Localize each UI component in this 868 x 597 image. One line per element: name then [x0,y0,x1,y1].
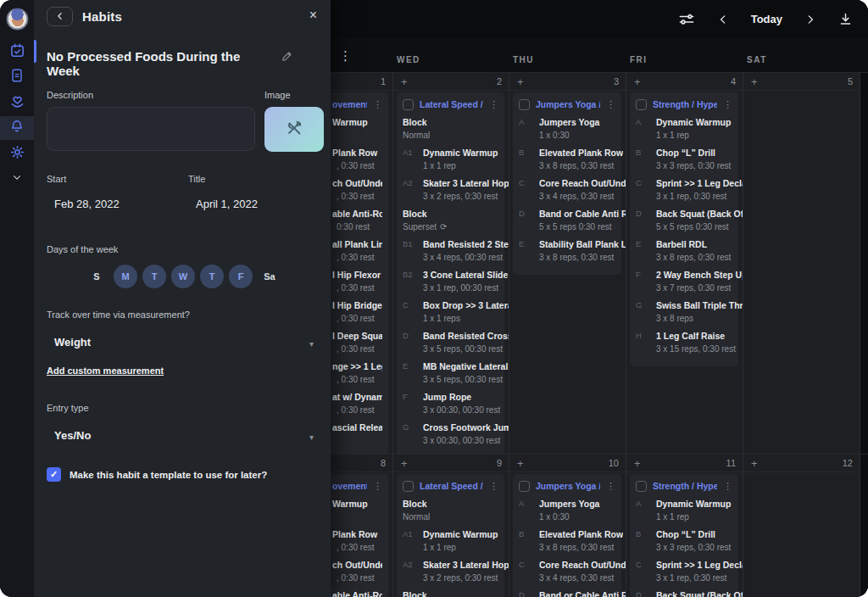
add-workout-button[interactable]: + [634,76,641,87]
add-workout-button[interactable]: + [634,458,641,469]
entry-type-select[interactable]: Yes/No [54,429,91,442]
exercise-name[interactable]: Skater 3 Lateral Hops >> ... [423,176,509,190]
exercise-name[interactable]: Sprint >> 1 Leg Declarations [656,176,743,190]
habit-image-tile[interactable] [264,107,324,152]
exercise-name[interactable]: Back Squat (Back Off Set) [656,589,743,597]
filter-sliders-icon[interactable] [678,11,695,28]
exercise-name[interactable]: Sprint >> 1 Leg Declarations [656,558,743,572]
day-of-week-m[interactable]: M [114,265,137,288]
exercise-name[interactable]: 3 Cone Lateral Slide [423,268,508,282]
fork-knife-icon [283,117,305,142]
exercise-name[interactable]: Dynamic Warmup [656,115,732,129]
sidebar-item-documents[interactable] [0,65,34,89]
workout-title-link[interactable]: ovement Q... [332,99,367,109]
workout-title-link[interactable]: ovement Q... [332,481,367,491]
workout-menu-kebab-icon[interactable]: ⋮ [489,99,498,110]
exercise-body: Cross Footwork Jump Rope3 x 00:30, 00:30… [423,421,509,447]
workout-checkbox[interactable] [636,99,647,110]
exercise-name[interactable]: 2 Way Bench Step Up [656,268,743,282]
workout-menu-kebab-icon[interactable]: ⋮ [489,481,498,492]
template-checkbox[interactable]: ✓ [47,467,61,482]
add-custom-measurement-link[interactable]: Add custom measurement [47,365,164,376]
exercise-name[interactable]: Barbell RDL [656,237,732,251]
avatar[interactable] [6,8,29,31]
workout-title-link[interactable]: Lateral Speed / Plyo [420,481,483,491]
workout-checkbox[interactable] [636,481,647,492]
sidebar-item-calendar[interactable] [0,40,34,64]
start-date-value[interactable]: Feb 28, 2022 [54,198,120,210]
day-of-week-t[interactable]: T [200,265,224,288]
description-input[interactable] [47,107,255,151]
add-workout-button[interactable]: + [517,458,524,469]
exercise-name[interactable]: Core Reach Out/Under [539,176,626,190]
next-week-button[interactable] [804,14,816,25]
today-button[interactable]: Today [751,13,782,25]
image-label: Image [264,90,291,100]
exercise-name[interactable]: Band Resisted 2 Step Late... [423,237,509,251]
dropdown-chevron-icon[interactable]: ▾ [309,432,314,442]
measurement-select[interactable]: Weight [54,336,91,349]
day-of-week-w[interactable]: W [171,265,195,288]
exercise-name[interactable]: Jumpers Yoga [539,115,615,129]
close-icon[interactable]: × [309,8,317,23]
add-workout-button[interactable]: + [401,76,408,87]
download-icon[interactable] [838,12,853,26]
exercise-name[interactable]: Band or Cable Anti Rotati... [539,589,626,597]
exercise-name[interactable]: Elevated Plank Row [539,146,623,159]
workout-title-link[interactable]: Strength / Hypertro... [653,481,717,491]
workout-menu-kebab-icon[interactable]: ⋮ [373,481,382,492]
workout-title-link[interactable]: Strength / Hypertro... [653,99,717,109]
exercise-name[interactable]: Swiss Ball Triple Threat [656,298,743,312]
exercise-name[interactable]: Cross Footwork Jump Rope [423,421,509,434]
sidebar-expand[interactable] [0,167,34,191]
workout-title-link[interactable]: Lateral Speed / Plyo [420,99,483,109]
sidebar-item-settings[interactable] [0,142,34,165]
exercise-name[interactable]: Core Reach Out/Under [539,558,626,572]
exercise-name[interactable]: Back Squat (Back Off Set) [656,207,743,220]
back-button[interactable] [47,7,73,26]
exercise-name[interactable]: Dynamic Warmup [656,497,732,511]
exercise-name[interactable]: Chop “L” Drill [656,527,732,541]
workout-title-link[interactable]: Jumpers Yoga / Core [536,481,600,491]
workout-menu-kebab-icon[interactable]: ⋮ [723,481,732,492]
workout-menu-kebab-icon[interactable]: ⋮ [373,99,382,110]
add-workout-button[interactable]: + [751,458,758,469]
exercise-name[interactable]: Dynamic Warmup [423,527,498,541]
exercise-name[interactable]: Chop “L” Drill [656,146,732,159]
workout-menu-kebab-icon[interactable]: ⋮ [606,99,615,110]
add-workout-button[interactable]: + [517,76,524,87]
exercise-name[interactable]: Skater 3 Lateral Hops >> ... [423,558,509,572]
day-of-week-f[interactable]: F [229,265,253,288]
prev-week-button[interactable] [717,14,729,25]
exercise-name[interactable]: MB Negative Lateral Hop... [423,360,509,373]
add-workout-button[interactable]: + [401,458,408,469]
workout-title-link[interactable]: Jumpers Yoga / Core [536,99,600,109]
exercise-name[interactable]: Dynamic Warmup [423,146,498,159]
exercise-name[interactable]: Box Drop >> 3 Lateral H... [423,298,509,312]
workout-checkbox[interactable] [519,481,530,492]
workout-checkbox[interactable] [403,481,414,492]
habit-menu-kebab-icon[interactable]: ⋮ [339,48,352,64]
workout-menu-kebab-icon[interactable]: ⋮ [606,481,615,492]
day-of-week-sa[interactable]: Sa [258,265,281,288]
exercise-name[interactable]: Stability Ball Plank Linear ... [539,237,626,251]
sidebar-item-health[interactable] [0,91,34,114]
exercise-name[interactable]: Jump Rope [423,390,500,404]
exercise-name[interactable]: Band Resisted Crossover... [423,329,509,343]
sidebar-item-notifications[interactable] [0,116,34,140]
exercise-name[interactable]: Band or Cable Anti Rotati... [539,207,626,220]
workout-checkbox[interactable] [519,99,530,110]
exercise-name[interactable]: 1 Leg Calf Raise [656,329,736,343]
workout-menu-kebab-icon[interactable]: ⋮ [723,99,732,110]
end-date-value[interactable]: April 1, 2022 [196,198,258,210]
add-workout-button[interactable]: + [751,76,758,87]
edit-pencil-icon[interactable] [281,50,293,66]
weekday-header-row: WEDTHUFRISAT [331,38,868,72]
exercise-name[interactable]: Jumpers Yoga [539,497,615,511]
dropdown-chevron-icon[interactable]: ▾ [309,339,314,349]
workout-checkbox[interactable] [403,99,414,110]
day-of-week-s[interactable]: S [85,265,108,288]
exercise-name[interactable]: Elevated Plank Row [539,527,623,541]
exercise-item: ADynamic Warmup1 x 1 rep [636,115,732,142]
day-of-week-t[interactable]: T [142,265,166,288]
